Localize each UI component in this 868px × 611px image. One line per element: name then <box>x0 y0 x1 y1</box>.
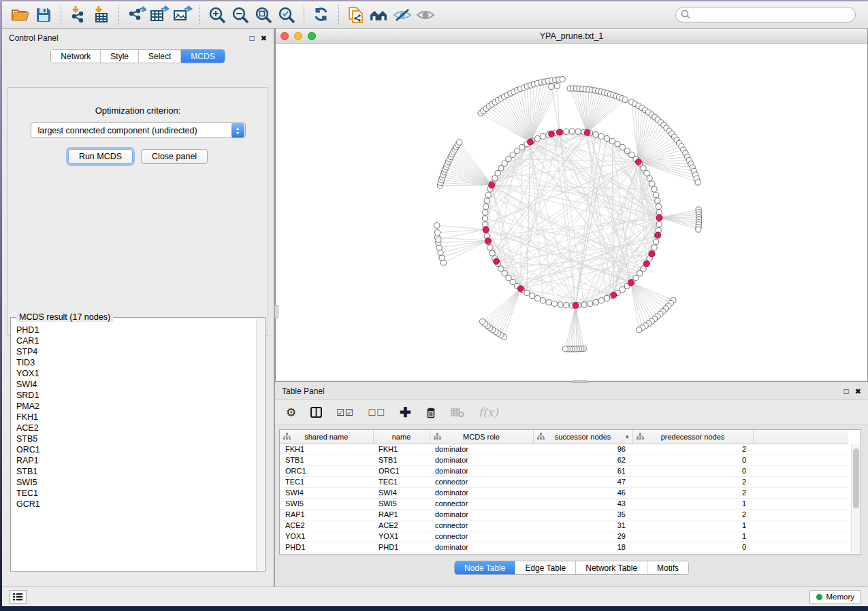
mcds-node-item[interactable]: ACE2 <box>14 423 256 433</box>
show-all-icon[interactable] <box>414 4 437 26</box>
column-header-predecessor-nodes[interactable]: predecessor nodes <box>632 430 753 444</box>
column-header-name[interactable]: name <box>373 430 430 444</box>
export-image-icon[interactable] <box>171 4 194 26</box>
table-row[interactable]: PHD1PHD1dominator180 <box>280 542 848 552</box>
mcds-node-item[interactable]: PHD1 <box>14 325 256 335</box>
table-row[interactable]: SWI5SWI5connector431 <box>280 498 848 509</box>
delete-columns-icon[interactable] <box>425 407 436 418</box>
search-field <box>675 7 856 22</box>
close-icon[interactable]: ✖ <box>855 387 861 396</box>
network-canvas[interactable] <box>276 44 867 381</box>
close-panel-button[interactable]: Close panel <box>141 149 208 164</box>
network-node <box>510 152 515 157</box>
table-row[interactable]: TEC1TEC1connector472 <box>280 476 848 487</box>
float-icon[interactable]: □ <box>844 386 849 396</box>
show-columns-icon[interactable] <box>310 407 322 418</box>
select-all-rows-icon[interactable]: ☑☑ <box>336 408 353 418</box>
open-file-icon[interactable] <box>9 4 32 26</box>
network-node <box>564 129 569 134</box>
network-node <box>581 302 587 308</box>
mcds-node-item[interactable]: PMA2 <box>14 401 256 412</box>
column-header-shared-name[interactable]: shared name <box>280 430 373 444</box>
table-settings-icon[interactable]: ⚙ <box>286 406 296 420</box>
clone-network-icon[interactable] <box>344 4 368 26</box>
table-scrollbar[interactable] <box>851 444 860 553</box>
table-row[interactable]: ORC1ORC1dominator610 <box>280 465 848 476</box>
list-scrollbar[interactable] <box>256 318 264 570</box>
table-row[interactable]: ACE2ACE2connector311 <box>280 520 848 531</box>
tab-select[interactable]: Select <box>139 50 181 63</box>
network-node <box>541 298 546 303</box>
mcds-node-item[interactable]: TID3 <box>14 357 256 368</box>
panel-menu-button[interactable] <box>9 590 27 604</box>
tab-node-table[interactable]: Node Table <box>455 561 516 574</box>
table-cell: connector <box>430 520 533 531</box>
zoom-in-icon[interactable] <box>206 4 229 26</box>
import-network-icon[interactable] <box>67 4 90 26</box>
splitter-handle[interactable] <box>572 380 588 383</box>
column-header-MCDS-role[interactable]: MCDS role <box>430 430 533 444</box>
network-node <box>492 176 498 181</box>
mcds-node-item[interactable]: STB5 <box>14 433 256 444</box>
tab-style[interactable]: Style <box>101 50 139 63</box>
network-title: YPA_prune.txt_1 <box>276 31 867 41</box>
tab-network[interactable]: Network <box>51 50 101 63</box>
network-node <box>633 275 639 280</box>
mcds-node-item[interactable]: STP4 <box>14 346 256 357</box>
table-cell: 47 <box>533 476 632 487</box>
add-column-icon[interactable]: ✚ <box>400 404 411 420</box>
tab-edge-table[interactable]: Edge Table <box>515 561 576 574</box>
import-table-icon[interactable] <box>90 4 113 26</box>
splitter-handle[interactable] <box>274 305 278 318</box>
column-header-successor-nodes[interactable]: successor nodes▾ <box>533 430 632 444</box>
tab-mcds[interactable]: MCDS <box>181 50 224 63</box>
scrollbar-thumb[interactable] <box>853 448 859 508</box>
tab-motifs[interactable]: Motifs <box>647 561 688 574</box>
save-session-icon[interactable] <box>32 4 55 26</box>
network-node <box>695 180 701 185</box>
table-row[interactable]: STB1STB1dominator620 <box>280 455 848 465</box>
close-icon[interactable]: ✖ <box>261 34 267 43</box>
export-table-icon[interactable] <box>148 4 171 26</box>
mcds-node-item[interactable]: FKH1 <box>14 412 256 423</box>
criterion-dropdown[interactable]: largest connected component (undirected)… <box>31 122 246 138</box>
tab-network-table[interactable]: Network Table <box>576 561 647 574</box>
mcds-node-item[interactable]: ORC1 <box>14 444 256 455</box>
table-row[interactable]: YOX1YOX1connector291 <box>280 531 848 542</box>
shared-column-icon <box>434 433 441 440</box>
deselect-all-rows-icon[interactable]: ☐☐ <box>368 408 385 418</box>
table-cell: 1 <box>632 531 753 542</box>
network-node <box>498 165 504 171</box>
cytoscape-window: Control Panel □ ✖ NetworkStyleSelectMCDS… <box>2 1 868 606</box>
zoom-fit-icon[interactable] <box>252 4 275 26</box>
network-node <box>629 152 634 157</box>
memory-button[interactable]: Memory <box>809 590 861 604</box>
network-node <box>656 222 662 227</box>
table-row[interactable]: RAP1RAP1dominator352 <box>280 509 848 520</box>
mcds-node-item[interactable]: SWI5 <box>14 477 256 488</box>
mcds-node-item[interactable]: YOX1 <box>14 368 256 379</box>
run-mcds-button[interactable]: Run MCDS <box>68 149 133 164</box>
network-node <box>655 198 660 203</box>
mcds-node-item[interactable]: RAP1 <box>14 455 256 466</box>
table-cell: dominator <box>430 542 533 552</box>
sort-menu-icon[interactable]: ▾ <box>626 433 629 440</box>
refresh-view-icon[interactable] <box>310 4 333 26</box>
mcds-node-item[interactable]: STB1 <box>14 466 256 477</box>
hide-selected-icon[interactable] <box>391 4 414 26</box>
zoom-out-icon[interactable] <box>229 4 252 26</box>
first-neighbors-icon[interactable] <box>368 4 391 26</box>
mcds-node-item[interactable]: SWI4 <box>14 379 256 390</box>
search-input[interactable] <box>675 7 856 22</box>
mcds-node-item[interactable]: GCR1 <box>14 499 256 510</box>
mcds-node-item[interactable]: SRD1 <box>14 390 256 401</box>
table-cell: YOX1 <box>280 531 373 542</box>
table-row[interactable]: FKH1FKH1dominator962 <box>280 444 848 455</box>
table-row[interactable]: SWI4SWI4dominator462 <box>280 487 848 498</box>
mcds-node-item[interactable]: CAR1 <box>14 335 256 346</box>
zoom-selected-icon[interactable] <box>275 4 298 26</box>
float-icon[interactable]: □ <box>250 33 255 43</box>
main-toolbar <box>2 1 868 29</box>
export-network-icon[interactable] <box>125 4 148 26</box>
mcds-node-item[interactable]: TEC1 <box>14 488 256 499</box>
